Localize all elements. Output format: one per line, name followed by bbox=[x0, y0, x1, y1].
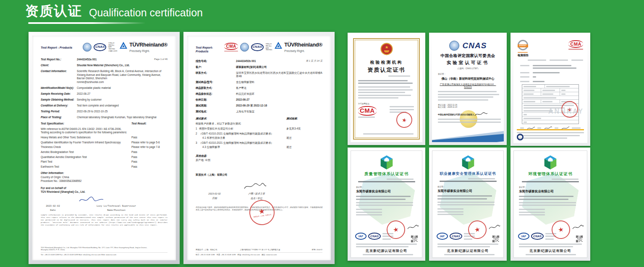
certifier-cube-logo-icon bbox=[461, 155, 475, 170]
signer-line: 中国合格评定国家认可委员会主任签发人 bbox=[438, 113, 474, 116]
lab-round-logo-icon bbox=[517, 134, 524, 140]
iaf-logo-icon: IAF bbox=[355, 233, 367, 240]
cnas-logo-icon: CNAS bbox=[531, 233, 544, 240]
test-result: Pass bbox=[131, 136, 168, 140]
cnas-logo-icon: CNAS bbox=[463, 41, 487, 50]
doc1-footer: TÜV Rheinland (Shanghai) Co., Ltd. Shang… bbox=[41, 246, 168, 256]
tuv-triangle-icon bbox=[119, 41, 128, 49]
test-subitem: 4.3 生物降解率 bbox=[202, 145, 286, 149]
test-item: （GB/T 41010-2021 生物降解塑料与制品降解性能及标识要求） bbox=[199, 132, 286, 136]
cnas-accreditation-text: 中国认可 国际互认 检测 TESTING CNAS L0599 bbox=[108, 42, 117, 52]
disclaimer: Sample information is provided by custom… bbox=[41, 214, 168, 226]
cert-title-line2: 资质认定证书 bbox=[358, 66, 415, 74]
certifier-cube-logo-icon bbox=[544, 155, 557, 170]
page-indicator: Page 1 of 46 bbox=[142, 58, 168, 62]
certificate-holder: 东莞市硕泰实业有限公司 bbox=[519, 189, 582, 194]
qr-code bbox=[411, 236, 418, 242]
qr-code bbox=[492, 236, 499, 242]
client-name: Shuotai New Material (Shenzhen) Co., Ltd… bbox=[77, 64, 168, 67]
certificate-tuv-report-english: Test Report - Products CNAS 中国认可 国际互认 检测… bbox=[29, 32, 180, 264]
ilac-mra-icon bbox=[83, 43, 92, 52]
cma-logo-icon: CMA bbox=[568, 40, 583, 48]
test-item: Plant Test bbox=[41, 160, 131, 164]
tuv-tagline: Precisely Right. bbox=[284, 49, 322, 53]
certificate-iso-quality: 质量管理体系认证证书 兹证明： 东莞市硕泰实业有限公司 IAF CNAS ★ bbox=[348, 148, 425, 261]
holder-address: 广东省佛山市南海区大沥镇盐步银盐西路92号A栋110、 bbox=[438, 83, 498, 86]
sign-date: 2023-02-02 bbox=[41, 205, 65, 208]
page-title-zh: 资质认证 bbox=[25, 2, 82, 21]
tuv-brand: TÜVRheinland® bbox=[284, 41, 322, 49]
certifier-org: 北京新纪源认证有限公司 bbox=[351, 249, 422, 253]
test-result: Pass bbox=[131, 150, 168, 154]
cert-title-line1: 检验检测机构 bbox=[358, 60, 415, 65]
iaf-logo-icon: IAF bbox=[437, 233, 448, 240]
tuv-triangle-icon bbox=[274, 41, 283, 49]
report-title: 检测报告 bbox=[518, 54, 529, 57]
annray-watermark: ANNRAY bbox=[548, 108, 584, 115]
certificate-holder: 东莞市硕泰实业有限公司 bbox=[356, 189, 417, 194]
client-name: 硕泰新材料(深圳)有限公司 bbox=[236, 65, 322, 69]
certifier-cube-logo-icon bbox=[380, 155, 393, 170]
test-result: Pass bbox=[131, 160, 168, 164]
expire-date: 截止日期：2028-11-14 bbox=[438, 106, 498, 108]
section-header: 资质认证 Qualification certification bbox=[25, 2, 203, 21]
ilac-mra-icon bbox=[449, 41, 459, 51]
test-item: Heavy Metals and Other Toxic Substances bbox=[41, 136, 131, 140]
signature bbox=[488, 224, 501, 231]
certificate-annray-test-report: ANNRAY 检测报告 CMA bbox=[510, 33, 590, 146]
tuv-tagline: Precisely Right. bbox=[129, 49, 168, 53]
doc1-header: Test Report - Products CNAS 中国认可 国际互认 检测… bbox=[41, 41, 168, 53]
certificate-tuv-report-chinese: Test Report- Products CMA CNAS 中国认可 国际互认… bbox=[183, 32, 335, 264]
test-result: 通过 bbox=[286, 145, 322, 149]
red-star-seal: ★ bbox=[395, 111, 414, 129]
doc-type-label: Test Report - Products bbox=[41, 46, 72, 49]
sign-name: Lucy Lu/Technical Supervisor bbox=[65, 205, 168, 208]
report-number: 244433452a 001 bbox=[77, 58, 142, 62]
cma-logo-icon: CMA bbox=[224, 43, 238, 50]
sign-name: 卢茜 / 技术主管 bbox=[233, 192, 280, 196]
page-title-en: Qualification certification bbox=[89, 7, 203, 21]
registration-no: （注册号：CNAS L17387） bbox=[438, 67, 498, 70]
qr-code bbox=[576, 236, 583, 242]
test-item: 傅里叶变换红外光谱定性分析 bbox=[199, 127, 286, 131]
test-result: Pass bbox=[131, 156, 168, 159]
test-item: Quantitative Aerobic Disintegration Test bbox=[41, 156, 131, 159]
test-result: 通过 bbox=[286, 136, 322, 140]
signature bbox=[243, 182, 267, 191]
qualification-certification-section: 资质认证 Qualification certification Test Re… bbox=[0, 0, 644, 267]
test-result: Please refer to page 7-8 bbox=[131, 145, 168, 149]
field-label: Test Report No.: bbox=[41, 58, 77, 62]
issuer-company: 莱茵技术（上海）有限公司 bbox=[196, 173, 322, 177]
doc2-header: Test Report- Products CMA CNAS 中国认可 国际互认… bbox=[196, 41, 322, 54]
sign-date: 2023-02-02 bbox=[196, 192, 233, 196]
certificate-holder: 佛山（华南）新材料研究院材料测试中心 bbox=[438, 77, 498, 81]
signature bbox=[407, 224, 419, 231]
signature bbox=[474, 111, 488, 117]
cma-mark-icon: CMA bbox=[358, 106, 377, 116]
page-indicator: 第 1 页 共 14 页 bbox=[297, 60, 322, 63]
contact-info: Scientific Research Building 4B, Block A… bbox=[77, 70, 168, 84]
cnas-accreditation-text: 中国认可 国际互认 检测 TESTING bbox=[266, 43, 272, 51]
cma-number bbox=[224, 51, 238, 52]
test-item: Earthworm Test bbox=[41, 165, 131, 169]
certificate-iso-ohs: 职业健康安全管理体系认证证书 兹证明： 东莞市硕泰实业有限公司 IAF CNAS… bbox=[429, 148, 507, 261]
test-item: Qualitative Identification by Fourier Tr… bbox=[41, 141, 131, 145]
accreditation-org: 中国合格评定国家认可委员会 bbox=[438, 53, 498, 59]
test-item: （GB/T 41010-2021 生物降解塑料与制品降解性能及标识要求） bbox=[199, 141, 286, 145]
cnas-logo-icon: CNAS bbox=[450, 233, 462, 240]
contact-info: 深圳市宝安区西乡街道劳动社区西乡大道和宝源路交汇处中央大道科研楼A座4B bbox=[236, 71, 322, 78]
certifier-org: 北京新纪源认证有限公司 bbox=[514, 249, 587, 253]
title-underline bbox=[28, 22, 146, 24]
report-number: 244433452b 001 bbox=[236, 60, 297, 63]
doc2-footer: 莱茵技术（上海）有限公司上海市静安区广中西路 777 弄 177 号上海莱茵大厦… bbox=[196, 247, 322, 256]
test-result: 参见第3-4页 bbox=[286, 127, 322, 131]
tuv-brand: TÜVRheinland® bbox=[129, 41, 168, 49]
cnas-logo-icon: CNAS bbox=[368, 233, 381, 240]
certifier-org: 北京新纪源认证有限公司 bbox=[432, 249, 503, 253]
cert-title: 实验室认可证书 bbox=[438, 60, 498, 66]
signature bbox=[79, 196, 105, 203]
red-company-seal: ★ 莱茵技术（上海）有限公司 bbox=[248, 198, 276, 227]
annray-logo-icon: ANNRAY bbox=[518, 40, 528, 50]
blue-ribbon bbox=[432, 130, 504, 142]
test-subitem: 4.1 挥发性固体含量 bbox=[202, 136, 286, 140]
